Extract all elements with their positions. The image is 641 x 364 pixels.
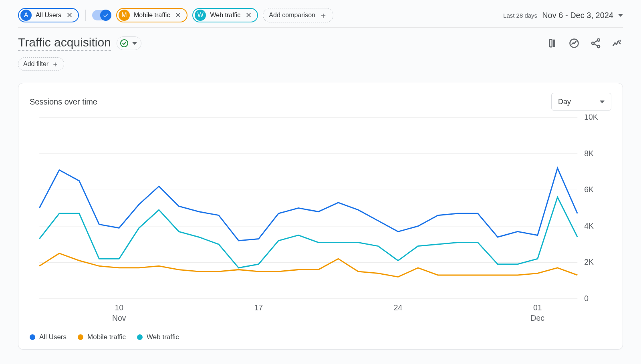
chip-mobile-traffic[interactable]: M Mobile traffic ✕ [116,8,187,22]
chart-title: Sessions over time [30,97,97,107]
svg-text:Nov: Nov [112,314,126,322]
date-preset-label: Last 28 days [503,12,537,19]
date-range-picker[interactable]: Last 28 days Nov 6 - Dec 3, 2024 [503,11,623,20]
chevron-down-icon [618,14,623,17]
chevron-down-icon [132,42,137,45]
add-comparison-button[interactable]: Add comparison ＋ [263,8,333,22]
svg-text:0: 0 [584,294,589,303]
legend-label: Web traffic [147,333,179,341]
add-filter-label: Add filter [23,60,48,68]
chip-all-remove-icon[interactable]: ✕ [65,11,73,19]
line-chart[interactable]: 02K4K6K8K10K10Nov172401Dec [30,115,611,328]
compare-toggle[interactable] [92,10,111,20]
add-filter-button[interactable]: Add filter ＋ [18,57,64,71]
chip-web-avatar: W [195,10,206,21]
svg-rect-2 [553,40,555,47]
title-actions [547,38,623,49]
legend-dot [30,334,35,340]
legend-label: All Users [39,333,67,341]
plus-icon: ＋ [319,10,327,21]
chart-card: Sessions over time Day 02K4K6K8K10K10Nov… [18,83,623,350]
chart-area: 02K4K6K8K10K10Nov172401Dec [30,115,611,328]
svg-text:8K: 8K [584,149,594,158]
svg-point-5 [592,42,594,44]
title-row: Traffic acquisition [18,36,623,51]
explore-icon[interactable] [612,38,623,49]
chip-web-remove-icon[interactable]: ✕ [244,11,252,19]
chip-all-label: All Users [36,12,61,19]
chevron-down-icon [600,101,605,103]
legend-dot [78,334,83,340]
svg-text:17: 17 [254,303,263,312]
svg-point-0 [121,40,128,47]
legend-item-all[interactable]: All Users [30,333,67,341]
legend-dot [137,334,143,340]
svg-text:4K: 4K [584,221,594,230]
svg-text:24: 24 [394,303,403,312]
toggle-knob [100,10,111,21]
check-circle-icon [119,38,129,48]
chip-mobile-label: Mobile traffic [134,12,170,19]
check-icon [103,12,109,18]
svg-point-4 [597,39,600,41]
chart-legend: All Users Mobile traffic Web traffic [30,333,611,341]
svg-text:Dec: Dec [531,314,545,322]
granularity-value: Day [558,98,571,106]
chip-mobile-avatar: M [119,10,130,21]
status-pill[interactable] [117,36,141,50]
customize-columns-icon[interactable] [547,38,558,49]
share-icon[interactable] [590,38,601,49]
svg-point-6 [597,45,600,48]
date-range-text: Nov 6 - Dec 3, 2024 [542,11,613,20]
legend-item-web[interactable]: Web traffic [137,333,179,341]
svg-text:10: 10 [115,303,123,312]
insights-icon[interactable] [568,38,580,49]
chip-all-users[interactable]: A All Users ✕ [18,8,79,22]
chip-web-label: Web traffic [210,12,240,19]
segment-chip-row: A All Users ✕ M Mobile traffic ✕ W Web t… [18,8,623,28]
chip-web-traffic[interactable]: W Web traffic ✕ [192,8,258,22]
chip-mobile-remove-icon[interactable]: ✕ [174,11,182,19]
svg-text:01: 01 [533,303,542,312]
add-comparison-label: Add comparison [269,12,315,19]
legend-item-mobile[interactable]: Mobile traffic [78,333,126,341]
chip-all-avatar: A [20,10,32,21]
plus-icon: ＋ [52,59,59,69]
svg-text:2K: 2K [584,257,594,266]
svg-text:10K: 10K [584,115,598,121]
svg-text:6K: 6K [584,185,594,194]
legend-label: Mobile traffic [87,333,126,341]
page-title[interactable]: Traffic acquisition [18,36,111,51]
granularity-select[interactable]: Day [551,93,611,111]
divider [85,10,86,21]
